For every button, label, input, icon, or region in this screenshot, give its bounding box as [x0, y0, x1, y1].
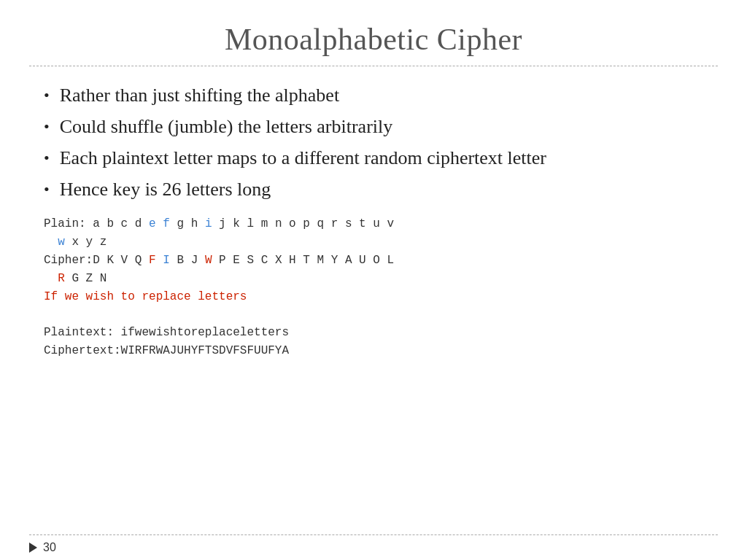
bullet-item-2: Could shuffle (jumble) the letters arbit…: [44, 114, 703, 139]
bullet-item-4: Hence key is 26 letters long: [44, 176, 703, 202]
cipher-F: F: [149, 254, 156, 267]
slide-footer: 30: [0, 535, 747, 560]
cipher-I: I: [163, 254, 170, 267]
highlight-text: If we wish to replace letters: [44, 290, 247, 303]
plain-line2-rest: x y z: [65, 236, 107, 249]
bullet-text-3: Each plaintext letter maps to a differen…: [60, 145, 546, 171]
cipher-label: Cipher:D K V Q: [44, 254, 149, 267]
plaintext-example: Plaintext: ifwewishtoreplaceletters: [44, 324, 703, 342]
bullet-item-1: Rather than just shifting the alphabet: [44, 82, 703, 108]
bullet-text-4: Hence key is 26 letters long: [60, 176, 271, 202]
plain-f: f: [163, 217, 170, 230]
slide-title: Monoalphabetic Cipher: [44, 22, 703, 57]
cipher-BJ-before: B J: [170, 254, 205, 267]
bullet-item-3: Each plaintext letter maps to a differen…: [44, 145, 703, 171]
cipher-space-FI: [156, 254, 163, 267]
plain-ghi-before: g h: [170, 217, 205, 230]
footer-arrow-icon: [29, 542, 37, 553]
code-section: Plain: a b c d e f g h i j k l m n o p q…: [44, 215, 703, 359]
plain-line-1: Plain: a b c d e f g h i j k l m n o p q…: [44, 215, 703, 233]
highlight-line: If we wish to replace letters: [44, 288, 703, 306]
plain-label: Plain: a b c d: [44, 217, 149, 230]
cipher-R: R: [58, 272, 65, 285]
cipher-line-1: Cipher:D K V Q F I B J W P E S C X H T M…: [44, 252, 703, 270]
page-number: 30: [43, 541, 56, 554]
plain-w: w: [58, 236, 65, 249]
slide-header: Monoalphabetic Cipher: [0, 0, 747, 66]
cipher-line2-rest: G Z N: [65, 272, 107, 285]
cipher-line2-indent: [44, 272, 58, 285]
cipher-line-2: R G Z N: [44, 270, 703, 288]
ciphertext-example: Ciphertext:WIRFRWAJUHYFTSDVFSFUUFYA: [44, 342, 703, 360]
slide: Monoalphabetic Cipher Rather than just s…: [0, 0, 747, 560]
plain-rest: j k l m n o p q r s t u v: [212, 217, 394, 230]
plain-space-ef: [156, 217, 163, 230]
bullet-list: Rather than just shifting the alphabet C…: [44, 82, 703, 202]
slide-content: Rather than just shifting the alphabet C…: [0, 66, 747, 534]
blank-line: [44, 306, 703, 324]
bullet-text-1: Rather than just shifting the alphabet: [60, 82, 339, 108]
plain-line-2: w x y z: [44, 233, 703, 252]
cipher-rest: P E S C X H T M Y A U O L: [212, 254, 394, 267]
bullet-text-2: Could shuffle (jumble) the letters arbit…: [60, 114, 393, 139]
plain-line2-indent: [44, 236, 58, 249]
plain-e: e: [149, 217, 156, 230]
